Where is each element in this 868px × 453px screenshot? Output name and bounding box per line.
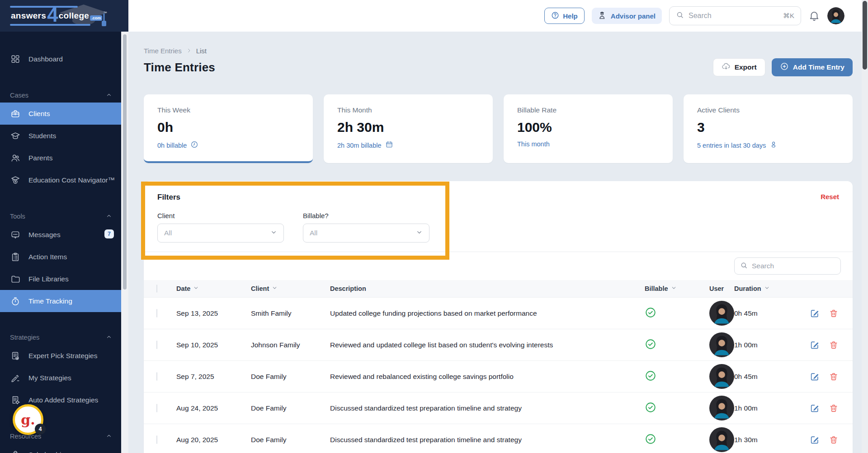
app-logo[interactable]: answers 4 college .com ™ <box>0 0 128 32</box>
page-scrollbar-thumb[interactable] <box>863 1 867 70</box>
global-search-input[interactable] <box>689 12 778 20</box>
row-checkbox[interactable] <box>156 435 157 444</box>
export-button[interactable]: Export <box>713 58 765 76</box>
delete-icon[interactable] <box>829 403 839 413</box>
billable-filter-select[interactable]: All <box>303 224 429 243</box>
cloud-download-icon <box>722 62 731 73</box>
logo-text-tm: ™ <box>103 11 107 15</box>
edit-icon[interactable] <box>810 372 820 382</box>
stat-card-billable-rate[interactable]: Billable Rate 100% This month <box>504 94 673 163</box>
sidebar-item-dashboard[interactable]: Dashboard <box>0 48 121 70</box>
edit-icon[interactable] <box>810 340 820 350</box>
add-time-entry-button[interactable]: Add Time Entry <box>772 58 853 76</box>
sidebar-item-students[interactable]: Students <box>0 125 121 147</box>
row-checkbox[interactable] <box>156 372 157 381</box>
sidebar-section-strategies[interactable]: Strategies <box>0 330 121 345</box>
sidebar-item-parents[interactable]: Parents <box>0 147 121 169</box>
delete-icon[interactable] <box>829 308 839 318</box>
cell-client: Johnson Family <box>251 341 330 349</box>
select-all-checkbox[interactable] <box>156 285 157 293</box>
sidebar-item-file-libraries[interactable]: File Libraries <box>0 268 121 290</box>
sidebar-nav: Dashboard Cases Clients Students <box>0 32 128 453</box>
row-checkbox[interactable] <box>156 341 157 349</box>
stat-value: 2h 30m <box>337 120 479 135</box>
billable-filter-label: Billable? <box>303 212 429 219</box>
column-header-client[interactable]: Client <box>251 285 330 292</box>
reset-filters-link[interactable]: Reset <box>821 193 839 201</box>
column-header-billable[interactable]: Billable <box>645 285 709 292</box>
column-header-user[interactable]: User <box>709 285 734 292</box>
stat-card-this-month[interactable]: This Month 2h 30m 2h 30m billable <box>324 94 493 163</box>
money-bag-icon <box>10 449 21 453</box>
help-button[interactable]: Help <box>544 8 585 24</box>
chevron-up-icon <box>106 92 112 99</box>
delete-icon[interactable] <box>829 435 839 445</box>
cell-client: Doe Family <box>251 404 330 412</box>
sort-chevron-icon <box>272 285 278 292</box>
sidebar-item-clients[interactable]: Clients <box>0 103 121 125</box>
column-header-description[interactable]: Description <box>330 285 645 292</box>
global-search[interactable]: ⌘K <box>669 6 801 25</box>
delete-icon[interactable] <box>829 372 839 382</box>
notifications-bell-icon[interactable] <box>808 10 820 22</box>
table-header-row: Date Client Description Billable User Du… <box>144 280 853 297</box>
sidebar-item-expert-pick-strategies[interactable]: Expert Pick Strategies <box>0 345 121 367</box>
sidebar-item-time-tracking[interactable]: Time Tracking <box>0 290 121 312</box>
sidebar-section-tools[interactable]: Tools <box>0 209 121 224</box>
table-search[interactable] <box>734 257 841 275</box>
row-checkbox[interactable] <box>156 309 157 318</box>
billable-check-icon <box>645 433 709 447</box>
client-filter-select[interactable]: All <box>157 224 284 243</box>
sidebar-scrollbar[interactable] <box>121 32 128 453</box>
chevron-up-icon <box>106 213 112 220</box>
cell-description: Updated college funding projections base… <box>330 309 645 318</box>
cell-duration: 0h 45m <box>734 309 810 318</box>
delete-icon[interactable] <box>829 340 839 350</box>
sidebar-item-label: Messages <box>28 231 61 239</box>
stat-card-this-week[interactable]: This Week 0h 0h billable <box>144 94 313 163</box>
cell-client: Doe Family <box>251 373 330 381</box>
stat-label: Active Clients <box>697 106 839 114</box>
breadcrumb-time-entries[interactable]: Time Entries <box>144 47 182 55</box>
clock-icon <box>190 140 198 150</box>
sidebar-section-cases[interactable]: Cases <box>0 88 121 103</box>
column-header-date[interactable]: Date <box>176 285 251 292</box>
breadcrumb-list: List <box>196 47 207 55</box>
search-icon <box>676 11 684 21</box>
stat-sub-label: This month <box>517 140 550 148</box>
user-avatar <box>709 427 734 452</box>
table-row[interactable]: Aug 20, 2025 Doe Family Discussed standa… <box>144 424 853 453</box>
sidebar-item-my-strategies[interactable]: My Strategies <box>0 367 121 389</box>
logo-text-college: college <box>59 11 90 21</box>
page-scrollbar[interactable] <box>862 0 868 453</box>
assistant-widget-button[interactable]: g. 4 <box>13 404 43 435</box>
advisor-panel-button[interactable]: Advisor panel <box>592 8 662 24</box>
edit-icon[interactable] <box>810 308 820 318</box>
sidebar-item-action-items[interactable]: Action Items <box>0 246 121 268</box>
sidebar-item-messages[interactable]: Messages 7 <box>0 224 121 246</box>
table-row[interactable]: Sep 13, 2025 Smith Family Updated colleg… <box>144 297 853 329</box>
sidebar-item-education-cost-navigator[interactable]: Education Cost Navigator™ <box>0 169 121 191</box>
table-search-input[interactable] <box>752 262 835 270</box>
section-label: Tools <box>10 213 25 220</box>
stopwatch-icon <box>10 296 21 307</box>
sidebar-item-label: My Strategies <box>28 374 71 382</box>
table-row[interactable]: Aug 24, 2025 Doe Family Discussed standa… <box>144 392 853 424</box>
table-row[interactable]: Sep 7, 2025 Doe Family Reviewed and reba… <box>144 360 853 392</box>
sidebar-scrollbar-thumb[interactable] <box>123 34 127 290</box>
cost-navigator-icon <box>10 175 21 186</box>
cell-duration: 0h 45m <box>734 373 810 381</box>
logo-text-4: 4 <box>47 5 58 25</box>
stat-label: This Month <box>337 106 479 114</box>
stat-card-active-clients[interactable]: Active Clients 3 5 entries in last 30 da… <box>684 94 853 163</box>
table-row[interactable]: Sep 10, 2025 Johnson Family Reviewed and… <box>144 329 853 360</box>
edit-icon[interactable] <box>810 435 820 445</box>
stat-label: This Week <box>157 106 299 114</box>
row-checkbox[interactable] <box>156 404 157 412</box>
sidebar-item-scholarships[interactable]: Scholarships <box>0 444 121 453</box>
sidebar-item-label: Students <box>28 132 56 140</box>
edit-icon[interactable] <box>810 403 820 413</box>
user-avatar[interactable] <box>827 7 844 24</box>
stat-label: Billable Rate <box>517 106 659 114</box>
column-header-duration[interactable]: Duration <box>734 285 810 292</box>
